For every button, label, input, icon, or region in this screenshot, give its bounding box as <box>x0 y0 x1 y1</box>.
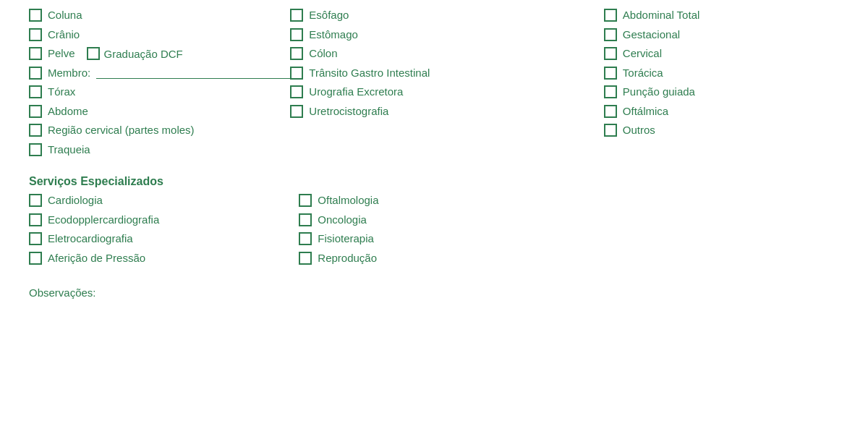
list-item: Fisioterapia <box>299 231 569 247</box>
checkbox-puncao-guiada[interactable] <box>604 85 617 98</box>
label-transito: Trânsito Gastro Intestinal <box>309 65 430 82</box>
checkbox-cardiologia[interactable] <box>29 194 42 207</box>
services-col2: Oftalmologia Oncologia Fisioterapia Repr… <box>299 192 569 266</box>
checkbox-abdome[interactable] <box>29 105 42 118</box>
checkbox-colon[interactable] <box>290 47 303 60</box>
label-abdome: Abdome <box>48 103 88 120</box>
checkbox-toracica[interactable] <box>604 67 617 80</box>
list-item: Membro: <box>29 65 290 82</box>
label-puncao-guiada: Punção guiada <box>623 84 695 101</box>
label-colon: Cólon <box>309 46 337 62</box>
label-eletrocardiografia: Eletrocardiografia <box>48 231 133 247</box>
label-traqueia: Traqueia <box>48 142 90 158</box>
list-item: Reprodução <box>299 250 569 267</box>
list-item: Cardiologia <box>29 192 299 209</box>
observacoes-label: Observações: <box>29 286 839 299</box>
list-item: Estômago <box>290 27 604 43</box>
label-cardiologia: Cardiologia <box>48 192 103 209</box>
label-pelve: Pelve <box>48 46 75 62</box>
pelve-row: Pelve Graduação DCF <box>29 46 290 62</box>
list-item: Trânsito Gastro Intestinal <box>290 65 604 82</box>
list-item: Torácica <box>604 65 839 82</box>
list-item: Urografia Excretora <box>290 84 604 101</box>
checkbox-estomago[interactable] <box>290 28 303 41</box>
list-item: Abdominal Total <box>604 7 839 24</box>
col2: Esôfago Estômago Cólon Trânsito Gastro I… <box>290 7 604 158</box>
checkbox-traqueia[interactable] <box>29 143 42 156</box>
list-item: Oftálmica <box>604 103 839 120</box>
list-item: Aferição de Pressão <box>29 250 299 267</box>
checkbox-regiao-cervical[interactable] <box>29 124 42 137</box>
checkbox-oncologia[interactable] <box>299 213 312 226</box>
label-coluna: Coluna <box>48 7 82 24</box>
label-uretrocistografia: Uretrocistografia <box>309 103 388 120</box>
checkbox-cranio[interactable] <box>29 28 42 41</box>
checkbox-oftalmica[interactable] <box>604 105 617 118</box>
list-item: Ecodopplercardiografia <box>29 212 299 229</box>
label-abdominal-total: Abdominal Total <box>623 7 699 24</box>
label-oftalmologia: Oftalmologia <box>318 192 378 209</box>
checkbox-oftalmologia[interactable] <box>299 194 312 207</box>
col1: Coluna Crânio Pelve Graduação DCF Membro… <box>29 7 290 158</box>
services-col1: Cardiologia Ecodopplercardiografia Eletr… <box>29 192 299 266</box>
list-item: Cólon <box>290 46 604 62</box>
list-item: Eletrocardiografia <box>29 231 299 247</box>
label-urografia: Urografia Excretora <box>309 84 403 101</box>
membro-underline <box>96 67 290 79</box>
label-gestacional: Gestacional <box>623 27 680 43</box>
label-reproducao: Reprodução <box>318 250 377 267</box>
checkbox-torax[interactable] <box>29 85 42 98</box>
list-item: Uretrocistografia <box>290 103 604 120</box>
col3: Abdominal Total Gestacional Cervical Tor… <box>604 7 839 158</box>
main-columns: Coluna Crânio Pelve Graduação DCF Membro… <box>29 7 839 158</box>
label-cervical: Cervical <box>623 46 662 62</box>
checkbox-urografia[interactable] <box>290 85 303 98</box>
list-item: Oncologia <box>299 212 569 229</box>
list-item: Punção guiada <box>604 84 839 101</box>
list-item: Coluna <box>29 7 290 24</box>
checkbox-cervical[interactable] <box>604 47 617 60</box>
label-afericao: Aferição de Pressão <box>48 250 145 267</box>
checkbox-membro[interactable] <box>29 67 42 80</box>
label-torax: Tórax <box>48 84 75 101</box>
checkbox-ecodoppler[interactable] <box>29 213 42 226</box>
checkbox-grad-dcf[interactable] <box>87 47 100 60</box>
list-item: Tórax <box>29 84 290 101</box>
checkbox-reproducao[interactable] <box>299 252 312 265</box>
label-toracica: Torácica <box>623 65 663 82</box>
label-cranio: Crânio <box>48 27 80 43</box>
checkbox-gestacional[interactable] <box>604 28 617 41</box>
services-section: Serviços Especializados Cardiologia Ecod… <box>29 175 839 266</box>
list-item: Pelve <box>29 46 75 62</box>
list-item: Oftalmologia <box>299 192 569 209</box>
checkbox-pelve[interactable] <box>29 47 42 60</box>
label-membro: Membro: <box>48 65 90 82</box>
services-columns: Cardiologia Ecodopplercardiografia Eletr… <box>29 192 839 266</box>
grad-dcf-group: Graduação DCF <box>87 47 183 60</box>
checkbox-esofago[interactable] <box>290 9 303 22</box>
list-item: Gestacional <box>604 27 839 43</box>
checkbox-outros[interactable] <box>604 124 617 137</box>
list-item: Crânio <box>29 27 290 43</box>
label-ecodoppler: Ecodopplercardiografia <box>48 212 159 229</box>
checkbox-afericao[interactable] <box>29 252 42 265</box>
list-item: Outros <box>604 122 839 139</box>
list-item: Cervical <box>604 46 839 62</box>
label-oncologia: Oncologia <box>318 212 367 229</box>
services-col3-empty <box>569 192 839 266</box>
list-item: Região cervical (partes moles) <box>29 122 290 139</box>
checkbox-abdominal-total[interactable] <box>604 9 617 22</box>
label-estomago: Estômago <box>309 27 358 43</box>
label-esofago: Esôfago <box>309 7 349 24</box>
checkbox-eletrocardiografia[interactable] <box>29 232 42 245</box>
checkbox-transito[interactable] <box>290 67 303 80</box>
checkbox-coluna[interactable] <box>29 9 42 22</box>
label-regiao-cervical: Região cervical (partes moles) <box>48 122 195 139</box>
list-item: Abdome <box>29 103 290 120</box>
checkbox-fisioterapia[interactable] <box>299 232 312 245</box>
label-grad-dcf: Graduação DCF <box>104 48 183 60</box>
label-outros: Outros <box>623 122 655 139</box>
checkbox-uretrocistografia[interactable] <box>290 105 303 118</box>
list-item: Esôfago <box>290 7 604 24</box>
label-fisioterapia: Fisioterapia <box>318 231 374 247</box>
